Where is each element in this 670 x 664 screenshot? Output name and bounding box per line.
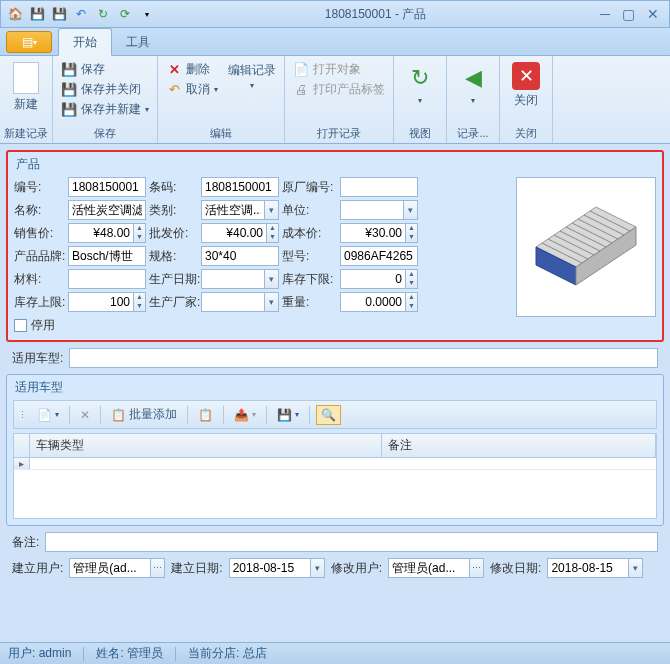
view-button[interactable]: ↻ ▾ <box>398 58 442 109</box>
chevron-down-icon[interactable]: ▾ <box>311 558 325 578</box>
chevron-down-icon[interactable]: ▾ <box>629 558 643 578</box>
lbl-name: 名称: <box>14 202 66 219</box>
col-note[interactable]: 备注 <box>382 434 656 457</box>
product-panel: 产品 编号: 条码: 原厂编号: 名称: 类别: ▾ 单位: ▾ <box>6 150 664 342</box>
create-date-input[interactable] <box>229 558 311 578</box>
close-icon: ✕ <box>512 62 540 90</box>
tb-copy-button[interactable]: 📋 <box>194 406 217 424</box>
mod-user-input[interactable] <box>388 558 470 578</box>
mfg-date-input[interactable] <box>201 269 265 289</box>
save-close-button[interactable]: 💾保存并关闭 <box>57 80 153 99</box>
qat-redo-icon[interactable]: ↻ <box>93 4 113 24</box>
doc-icon: 📄 <box>37 408 52 422</box>
lbl-create-date: 建立日期: <box>171 560 222 577</box>
tab-tools[interactable]: 工具 <box>112 29 164 55</box>
group-view-label: 视图 <box>398 124 442 143</box>
oem-input[interactable] <box>340 177 418 197</box>
chevron-down-icon[interactable]: ▾ <box>265 200 279 220</box>
spinner[interactable]: ▲▼ <box>406 292 418 312</box>
spinner[interactable]: ▲▼ <box>406 269 418 289</box>
tb-export-button[interactable]: 📤▾ <box>230 406 260 424</box>
material-input[interactable] <box>68 269 146 289</box>
applicable-panel-title: 适用车型 <box>13 379 657 400</box>
maximize-button[interactable]: ▢ <box>622 6 635 22</box>
refresh-view-icon: ↻ <box>404 62 436 94</box>
cost-input[interactable] <box>340 223 406 243</box>
tb-batch-add-button[interactable]: 📋批量添加 <box>107 404 181 425</box>
applicable-panel: 适用车型 ⋮ 📄▾ ✕ 📋批量添加 📋 📤▾ 💾▾ 🔍 车辆类型 备注 <box>6 374 664 526</box>
spinner[interactable]: ▲▼ <box>267 223 279 243</box>
records-nav-button[interactable]: ◀ ▾ <box>451 58 495 109</box>
new-icon <box>13 62 39 94</box>
chevron-down-icon[interactable]: ▾ <box>404 200 418 220</box>
lbl-brand: 产品品牌: <box>14 248 66 265</box>
copy-icon: 📋 <box>198 408 213 422</box>
remark-input[interactable] <box>45 532 658 552</box>
product-image[interactable] <box>516 177 656 317</box>
group-close-label: 关闭 <box>504 124 548 143</box>
name-input[interactable] <box>68 200 146 220</box>
close-window-button[interactable]: ✕ <box>647 6 659 22</box>
lbl-applicable-inline: 适用车型: <box>12 350 63 367</box>
print-label-button[interactable]: 🖨打印产品标签 <box>289 80 389 99</box>
ellipsis-icon[interactable]: ⋯ <box>470 558 484 578</box>
tb-save-button[interactable]: 💾▾ <box>273 406 303 424</box>
mod-date-input[interactable] <box>547 558 629 578</box>
weight-input[interactable] <box>340 292 406 312</box>
open-object-icon: 📄 <box>293 62 309 78</box>
ellipsis-icon[interactable]: ⋯ <box>151 558 165 578</box>
max-stock-input[interactable] <box>68 292 134 312</box>
delete-icon: ✕ <box>80 408 90 422</box>
spec-input[interactable] <box>201 246 279 266</box>
qat-save-icon[interactable]: 💾 <box>27 4 47 24</box>
filter-icon <box>521 182 651 312</box>
disabled-checkbox[interactable]: 停用 <box>14 315 510 334</box>
qat-dropdown-icon[interactable]: ▾ <box>137 4 157 24</box>
new-button[interactable]: 新建 <box>4 58 48 117</box>
tb-new-button[interactable]: 📄▾ <box>33 406 63 424</box>
file-menu-button[interactable]: ▤▾ <box>6 31 52 53</box>
group-open-label: 打开记录 <box>289 124 389 143</box>
qat-undo-icon[interactable]: ↶ <box>71 4 91 24</box>
spinner[interactable]: ▲▼ <box>134 223 146 243</box>
applicable-table: 车辆类型 备注 ▸ <box>13 433 657 519</box>
unit-select[interactable] <box>340 200 404 220</box>
lbl-oem: 原厂编号: <box>282 179 338 196</box>
group-save-label: 保存 <box>57 124 153 143</box>
save-button[interactable]: 💾保存 <box>57 60 153 79</box>
lbl-barcode: 条码: <box>149 179 199 196</box>
wholesale-input[interactable] <box>201 223 267 243</box>
create-user-input[interactable] <box>69 558 151 578</box>
edit-record-button[interactable]: 编辑记录▾ <box>224 58 280 94</box>
cancel-button[interactable]: ↶取消▾ <box>162 80 222 99</box>
close-button[interactable]: ✕ 关闭 <box>504 58 548 113</box>
spinner[interactable]: ▲▼ <box>406 223 418 243</box>
tb-search-button[interactable]: 🔍 <box>316 405 341 425</box>
minimize-button[interactable]: ─ <box>600 6 610 22</box>
code-input[interactable] <box>68 177 146 197</box>
sale-price-input[interactable] <box>68 223 134 243</box>
qat-refresh-icon[interactable]: ⟳ <box>115 4 135 24</box>
save-icon: 💾 <box>61 62 77 78</box>
col-vehicle-type[interactable]: 车辆类型 <box>30 434 382 457</box>
file-icon: ▤ <box>22 35 33 49</box>
applicable-inline-input[interactable] <box>69 348 658 368</box>
delete-button[interactable]: ✕删除 <box>162 60 222 79</box>
lbl-mfg-date: 生产日期: <box>149 271 199 288</box>
open-object-button[interactable]: 📄打开对象 <box>289 60 389 79</box>
save-new-button[interactable]: 💾保存并新建▾ <box>57 100 153 119</box>
mfr-select[interactable] <box>201 292 265 312</box>
chevron-down-icon[interactable]: ▾ <box>265 292 279 312</box>
spinner[interactable]: ▲▼ <box>134 292 146 312</box>
qat-saveclose-icon[interactable]: 💾 <box>49 4 69 24</box>
barcode-input[interactable] <box>201 177 279 197</box>
min-stock-input[interactable] <box>340 269 406 289</box>
table-row[interactable]: ▸ <box>14 458 656 470</box>
chevron-down-icon[interactable]: ▾ <box>265 269 279 289</box>
brand-input[interactable] <box>68 246 146 266</box>
tab-start[interactable]: 开始 <box>58 28 112 56</box>
model-input[interactable] <box>340 246 418 266</box>
category-select[interactable] <box>201 200 265 220</box>
tb-delete-button[interactable]: ✕ <box>76 406 94 424</box>
print-icon: 🖨 <box>293 82 309 98</box>
